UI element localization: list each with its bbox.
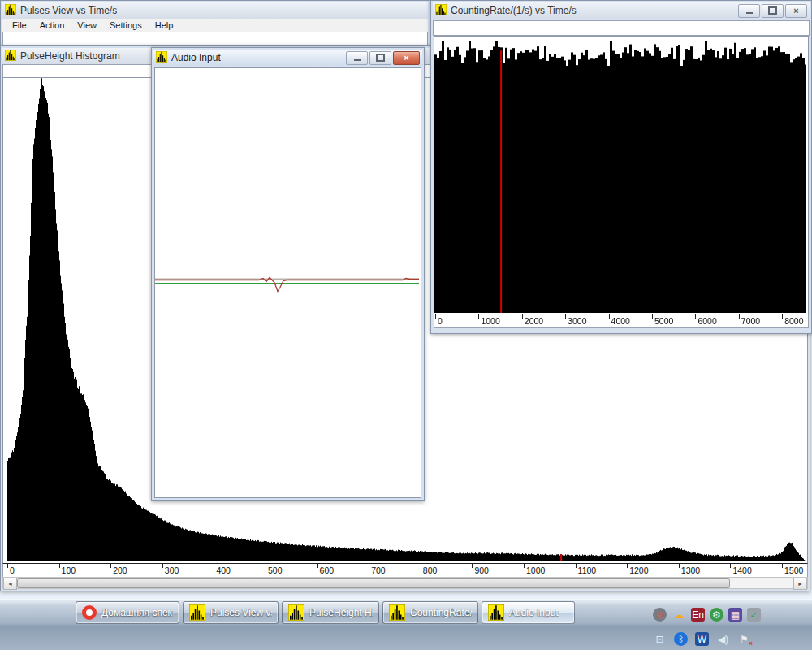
- axis-tick: [730, 564, 731, 568]
- axis-tick-label: 100: [62, 566, 76, 575]
- language-en-icon[interactable]: En: [691, 608, 705, 622]
- opera-icon: [82, 605, 97, 620]
- maximize-button[interactable]: [369, 51, 391, 65]
- axis-tick-label: 1200: [629, 566, 648, 575]
- scroll-left-arrow-icon[interactable]: ◄: [3, 578, 17, 590]
- bluetooth-icon[interactable]: ᛒ: [674, 632, 688, 646]
- axis-tick-label: 300: [165, 566, 179, 575]
- window-title: PulseHeight Histogram: [20, 50, 120, 62]
- axis-tick: [609, 314, 610, 318]
- minimize-button[interactable]: [738, 4, 760, 18]
- menu-item-settings[interactable]: Settings: [103, 19, 149, 32]
- pulses-view-titlebar[interactable]: Pulses View vs Time/s: [2, 2, 428, 19]
- audio-waveform-canvas[interactable]: [155, 68, 419, 496]
- axis-tick: [435, 314, 436, 318]
- counting-rate-x-axis: 010002000300040005000600070008000: [434, 314, 809, 328]
- purple-app-icon[interactable]: ▦: [728, 608, 742, 622]
- taskbar-button-4[interactable]: CountingRate/(1/...: [382, 601, 478, 624]
- histogram-app-icon: [5, 4, 16, 18]
- display-network-icon[interactable]: ⊡: [653, 632, 667, 646]
- axis-tick-label: 3000: [568, 316, 586, 326]
- axis-tick: [472, 564, 473, 568]
- axis-tick: [782, 314, 783, 318]
- maximize-icon: [376, 54, 385, 62]
- caption-buttons: ×: [738, 4, 807, 18]
- counting-rate-canvas[interactable]: [434, 37, 806, 313]
- taskbar-button-label: PulseHeight Histo...: [309, 607, 373, 618]
- axis-tick-label: 6000: [698, 316, 716, 326]
- axis-tick: [739, 314, 740, 318]
- caption-buttons: ×: [346, 51, 420, 65]
- scroll-right-arrow-icon[interactable]: ►: [793, 578, 807, 590]
- taskbar-button-3[interactable]: PulseHeight Histo...: [282, 601, 379, 624]
- axis-tick-label: 1000: [526, 566, 545, 575]
- axis-tick-label: 200: [113, 566, 127, 575]
- window-title: Audio Input: [171, 52, 221, 63]
- axis-tick-label: 0: [438, 316, 443, 326]
- usb-check-icon[interactable]: ✓: [747, 608, 761, 622]
- axis-tick-label: 1300: [681, 566, 700, 575]
- axis-tick: [162, 564, 163, 568]
- axis-tick: [110, 564, 111, 568]
- cloud-icon[interactable]: ☁: [672, 608, 686, 622]
- axis-tick: [652, 314, 653, 318]
- window-title: CountingRate/(1/s) vs Time/s: [451, 5, 577, 16]
- badge-icon: ×: [749, 640, 753, 648]
- window-counting-rate: CountingRate/(1/s) vs Time/s × Bin 50 Ti…: [430, 0, 812, 334]
- audio-input-titlebar[interactable]: Audio Input ×: [153, 50, 422, 66]
- taskbar-button-5[interactable]: Audio Input: [482, 601, 575, 624]
- menu-item-view[interactable]: View: [71, 19, 103, 32]
- menu-item-action[interactable]: Action: [33, 19, 71, 32]
- axis-tick-label: 7000: [741, 316, 760, 326]
- menu-item-help[interactable]: Help: [149, 19, 180, 32]
- axis-tick-label: 1400: [732, 566, 751, 575]
- axis-tick-label: 1000: [481, 316, 499, 326]
- counting-rate-titlebar[interactable]: CountingRate/(1/s) vs Time/s ×: [433, 2, 810, 19]
- maximize-icon: [768, 6, 777, 15]
- axis-tick: [576, 564, 577, 568]
- axis-tick-label: 1100: [578, 566, 597, 575]
- minimize-button[interactable]: [346, 51, 368, 65]
- word-app-icon[interactable]: W: [695, 632, 709, 646]
- window-pulses-view: Pulses View vs Time/s FileActionViewSett…: [0, 0, 430, 48]
- desktop: Pulses View vs Time/s FileActionViewSett…: [0, 0, 812, 650]
- taskbar-button-label: Pulses View vs Ti...: [210, 607, 272, 618]
- taskbar-button-label: Audio Input: [509, 607, 559, 618]
- axis-tick-label: 500: [268, 566, 283, 575]
- axis-tick-label: 800: [423, 566, 438, 575]
- axis-tick: [369, 564, 369, 568]
- taskbar: XP Домашняя спект...Pulses View vs Ti...…: [0, 599, 812, 650]
- axis-tick: [266, 564, 266, 568]
- axis-tick-label: 400: [216, 566, 231, 575]
- counting-rate-status-bar: Bin 50 Time/s 1500 Counts 2093 Rate/[1/s…: [433, 20, 810, 36]
- blocked-icon[interactable]: ⊘: [653, 608, 667, 622]
- axis-tick-label: 4000: [611, 316, 630, 326]
- menu-item-file[interactable]: File: [6, 19, 33, 32]
- axis-tick-label: 8000: [784, 316, 803, 326]
- axis-tick-label: 5000: [654, 316, 673, 326]
- minimize-icon: [354, 59, 361, 61]
- axis-tick: [421, 564, 421, 568]
- volume-icon[interactable]: ◀): [716, 632, 730, 646]
- menu-bar: FileActionViewSettingsHelp: [2, 19, 428, 32]
- counting-rate-plot-area: [434, 36, 809, 315]
- axis-tick: [317, 564, 318, 568]
- histogram-app-icon: [156, 51, 167, 65]
- close-button[interactable]: ×: [393, 51, 420, 65]
- histogram-app-icon: [189, 604, 205, 621]
- action-center-flag-icon[interactable]: ⚑×: [737, 632, 751, 646]
- taskbar-button-2[interactable]: Pulses View vs Ti...: [183, 601, 279, 624]
- maximize-button[interactable]: [762, 4, 784, 18]
- audio-input-client-area: [154, 67, 421, 498]
- axis-tick: [679, 564, 680, 568]
- gears-sync-icon[interactable]: ⚙: [710, 608, 723, 622]
- scrollbar-thumb[interactable]: [17, 578, 730, 588]
- taskbar-button-1[interactable]: Домашняя спект...: [76, 601, 179, 624]
- axis-tick-label: 700: [371, 566, 386, 575]
- axis-tick-label: 1500: [784, 566, 803, 575]
- minimize-icon: [746, 12, 753, 14]
- pulseheight-h-scrollbar[interactable]: ◄ ►: [2, 577, 808, 589]
- axis-tick-label: 2000: [525, 316, 543, 326]
- axis-tick-label: 0: [10, 566, 15, 575]
- close-button[interactable]: ×: [785, 4, 807, 18]
